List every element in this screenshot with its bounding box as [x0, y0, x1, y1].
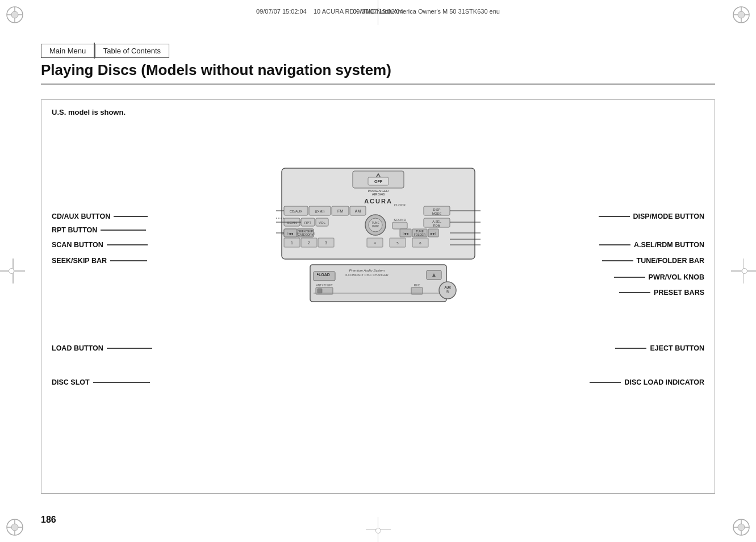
label-tune-folder-bar: TUNE/FOLDER BAR: [602, 257, 704, 265]
svg-text:PWR: PWR: [372, 224, 379, 228]
svg-text:RPT: RPT: [304, 221, 311, 224]
content-box: U.S. model is shown. CD/AUX BUTTON RPT B…: [41, 99, 715, 494]
label-disp-mode-button: DISP/MODE BUTTON: [599, 212, 704, 220]
svg-text:CD/AUX: CD/AUX: [289, 210, 302, 213]
page-title-area: Playing Discs (Models without navigation…: [41, 61, 715, 85]
crosshair-bottom-circle: [375, 528, 381, 533]
page-title: Playing Discs (Models without navigation…: [41, 61, 715, 85]
svg-text:3: 3: [325, 241, 327, 245]
page-number: 186: [41, 515, 56, 525]
label-cd-aux-button: CD/AUX BUTTON: [52, 212, 148, 220]
svg-text:SOUND: SOUND: [394, 218, 406, 222]
svg-rect-98: [318, 289, 322, 293]
crosshair-right-circle: [742, 268, 747, 274]
svg-text:VOL: VOL: [318, 221, 325, 224]
label-preset-bars: PRESET BARS: [619, 289, 704, 297]
svg-rect-55: [392, 222, 407, 229]
svg-point-19: [738, 524, 745, 531]
svg-text:Premium Audio System: Premium Audio System: [349, 269, 384, 272]
label-rpt-button: RPT BUTTON: [52, 226, 146, 234]
svg-point-13: [11, 524, 18, 531]
svg-text:FM: FM: [337, 209, 343, 213]
svg-text:▶▶|: ▶▶|: [431, 232, 436, 235]
svg-text:CATEGORY: CATEGORY: [298, 233, 314, 236]
label-disc-load-indicator: DISC LOAD INDICATOR: [590, 378, 704, 386]
label-eject-button: EJECT BUTTON: [615, 344, 704, 352]
breadcrumb: Main Menu Table of Contents: [41, 43, 169, 59]
model-note: U.S. model is shown.: [52, 108, 126, 116]
svg-text:AUX: AUX: [444, 286, 451, 289]
svg-text:((XM)): ((XM)): [315, 210, 324, 213]
svg-text:2: 2: [308, 241, 310, 245]
label-asel-rdm-button: A.SEL/RDM BUTTON: [599, 241, 704, 249]
label-pwr-vol-knob: PWR/VOL KNOB: [614, 273, 704, 281]
corner-decoration-br: [731, 517, 751, 537]
label-disc-slot: DISC SLOT: [52, 378, 150, 386]
table-of-contents-button[interactable]: Table of Contents: [95, 44, 169, 58]
crosshair-left-circle: [9, 268, 14, 274]
corner-decoration-bl: [5, 517, 25, 537]
main-menu-button[interactable]: Main Menu: [41, 44, 94, 58]
svg-text:LOAD: LOAD: [319, 273, 330, 277]
svg-text:6-COMPACT DISC CHANGER: 6-COMPACT DISC CHANGER: [345, 273, 389, 277]
label-scan-button: SCAN BUTTON: [52, 241, 148, 249]
label-load-button: LOAD BUTTON: [52, 344, 152, 352]
svg-text:|◀◀: |◀◀: [287, 232, 293, 235]
svg-text:REC: REC: [413, 283, 420, 287]
stereo-head-unit: PASSENGER AIRBAG OFF ACURA CD/AUX ((XM))…: [276, 145, 481, 307]
svg-text:CLOCK: CLOCK: [394, 203, 406, 207]
svg-text:IN: IN: [446, 290, 449, 293]
svg-text:AIRBAG: AIRBAG: [371, 193, 385, 196]
svg-text:|◀◀: |◀◀: [403, 232, 408, 235]
svg-text:MODE: MODE: [432, 212, 441, 215]
svg-text:ANTI-THEFT: ANTI-THEFT: [316, 283, 332, 287]
svg-text:▲: ▲: [431, 272, 437, 278]
svg-text:FOLDER: FOLDER: [413, 233, 425, 236]
svg-text:RDM: RDM: [433, 224, 440, 227]
svg-text:ACURA: ACURA: [364, 198, 392, 205]
document-info: 09/07/07 15:02:04 10 ACURA RDX MMC North…: [0, 8, 756, 15]
svg-text:OFF: OFF: [374, 180, 383, 184]
svg-text:SCAN: SCAN: [287, 221, 296, 224]
svg-text:DISP: DISP: [433, 208, 440, 211]
svg-text:AM: AM: [354, 209, 361, 213]
label-seek-skip-bar: SEEK/SKIP BAR: [52, 257, 147, 265]
svg-text:1: 1: [291, 241, 293, 245]
svg-text:A.SEL: A.SEL: [432, 220, 441, 223]
